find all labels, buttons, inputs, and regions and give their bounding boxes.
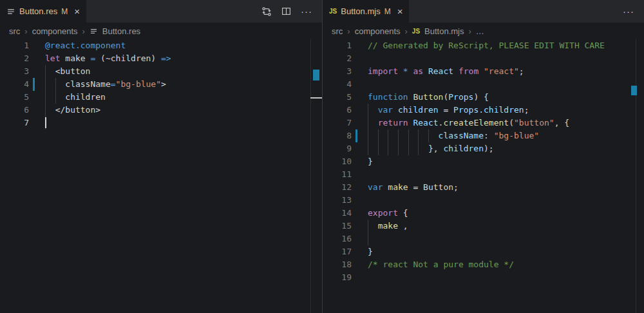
overview-modified-marker (313, 70, 319, 81)
breadcrumb-file[interactable]: Button.mjs (424, 26, 464, 36)
breadcrumb-folder[interactable]: components (32, 26, 78, 36)
code-text: </button> (45, 104, 100, 117)
editor-group-left: Button.res M × ··· src (0, 0, 322, 313)
code-text: import * as React from "react"; (368, 65, 524, 78)
code-text: @react.component (45, 39, 126, 52)
file-icon (90, 27, 98, 35)
code-text: } (368, 245, 373, 258)
code-line[interactable]: 3 <button (0, 65, 322, 78)
tab-label: Button.mjs (341, 6, 380, 16)
breadcrumbs-right: src › components › JS Button.mjs › … (323, 23, 644, 39)
line-number[interactable]: 2 (323, 52, 352, 65)
line-number[interactable]: 11 (323, 168, 352, 181)
file-icon (6, 7, 15, 16)
breadcrumb-folder[interactable]: src (9, 26, 20, 36)
code-line[interactable]: 4 className="bg-blue"> (0, 78, 322, 91)
split-editor-icon[interactable] (281, 6, 291, 16)
code-line[interactable]: 1// Generated by ReScript, PLEASE EDIT W… (323, 39, 644, 52)
git-modified-badge: M (61, 7, 68, 16)
code-line[interactable]: 17} (323, 245, 644, 258)
line-number[interactable]: 5 (323, 91, 352, 104)
line-number[interactable]: 18 (323, 258, 352, 271)
code-text: make , (368, 220, 408, 232)
line-number[interactable]: 10 (323, 155, 352, 168)
line-number[interactable]: 17 (323, 245, 352, 258)
line-number[interactable]: 7 (0, 117, 29, 129)
tab-button-res[interactable]: Button.res M × (0, 0, 86, 23)
line-number[interactable]: 7 (323, 117, 352, 129)
chevron-right-icon: › (24, 26, 27, 36)
code-text: children (45, 91, 106, 104)
code-line[interactable]: 4 (323, 78, 644, 91)
breadcrumb-symbol[interactable]: … (476, 26, 484, 36)
editor-actions-right: ··· (623, 0, 644, 23)
gutter-modified-indicator (33, 78, 35, 91)
code-line[interactable]: 16 (323, 232, 644, 245)
code-line[interactable]: 9 }, children); (323, 142, 644, 155)
code-text: function Button(Props) { (368, 91, 489, 104)
line-number[interactable]: 5 (0, 91, 29, 104)
javascript-file-icon: JS (329, 8, 337, 15)
code-line[interactable]: 8 className: "bg-blue" (323, 129, 644, 142)
code-line[interactable]: 5function Button(Props) { (323, 91, 644, 104)
breadcrumb-folder[interactable]: src (332, 26, 343, 36)
code-text: return React.createElement("button", { (368, 117, 569, 129)
line-number[interactable]: 16 (323, 232, 352, 245)
code-line[interactable]: 2let make = (~children) => (0, 52, 322, 65)
line-number[interactable]: 4 (323, 78, 352, 91)
code-editor-left[interactable]: 1@react.component2let make = (~children)… (0, 39, 322, 313)
chevron-right-icon: › (405, 26, 408, 36)
code-line[interactable]: 7 (0, 117, 322, 129)
line-number[interactable]: 14 (323, 207, 352, 220)
code-line[interactable]: 6 var children = Props.children; (323, 104, 644, 117)
editor-group-right: JS Button.mjs M × ··· src › components ›… (322, 0, 644, 313)
close-icon[interactable]: × (397, 6, 403, 16)
code-line[interactable]: 2 (323, 52, 644, 65)
code-line[interactable]: 1@react.component (0, 39, 322, 52)
chevron-right-icon: › (469, 26, 471, 36)
line-number[interactable]: 1 (323, 39, 352, 52)
code-text: className: "bg-blue" (368, 129, 539, 142)
tab-button-mjs[interactable]: JS Button.mjs M × (323, 0, 409, 23)
code-editor-right[interactable]: 1// Generated by ReScript, PLEASE EDIT W… (323, 39, 644, 313)
code-text: // Generated by ReScript, PLEASE EDIT WI… (368, 39, 605, 52)
line-number[interactable]: 3 (0, 65, 29, 78)
code-line[interactable]: 15 make , (323, 220, 644, 232)
line-number[interactable]: 9 (323, 142, 352, 155)
gutter-modified-indicator (355, 129, 357, 142)
line-number[interactable]: 6 (0, 104, 29, 117)
close-icon[interactable]: × (74, 6, 80, 16)
more-actions-icon[interactable]: ··· (623, 6, 634, 16)
code-line[interactable]: 13 (323, 194, 644, 207)
code-line[interactable]: 7 return React.createElement("button", { (323, 117, 644, 129)
code-line[interactable]: 12var make = Button; (323, 181, 644, 194)
line-number[interactable]: 8 (323, 129, 352, 142)
vscode-window: Button.res M × ··· src (0, 0, 644, 313)
code-line[interactable]: 18/* react Not a pure module */ (323, 258, 644, 271)
text-cursor (45, 117, 46, 128)
line-number[interactable]: 2 (0, 52, 29, 65)
overview-modified-marker (631, 86, 637, 95)
line-number[interactable]: 19 (323, 271, 352, 284)
line-number[interactable]: 6 (323, 104, 352, 117)
code-line[interactable]: 6 </button> (0, 104, 322, 117)
code-line[interactable]: 14export { (323, 207, 644, 220)
breadcrumb-folder[interactable]: components (355, 26, 401, 36)
line-number[interactable]: 3 (323, 65, 352, 78)
code-text: var make = Button; (368, 181, 459, 194)
code-text: }, children); (368, 142, 494, 155)
code-line[interactable]: 11 (323, 168, 644, 181)
code-line[interactable]: 19 (323, 271, 644, 284)
line-number[interactable]: 1 (0, 39, 29, 52)
line-number[interactable]: 12 (323, 181, 352, 194)
breadcrumb-file[interactable]: Button.res (102, 26, 140, 36)
code-line[interactable]: 3import * as React from "react"; (323, 65, 644, 78)
open-changes-icon[interactable] (261, 6, 272, 17)
line-number[interactable]: 4 (0, 78, 29, 91)
line-number[interactable]: 15 (323, 220, 352, 232)
line-number[interactable]: 13 (323, 194, 352, 207)
code-line[interactable]: 5 children (0, 91, 322, 104)
code-line[interactable]: 10} (323, 155, 644, 168)
chevron-right-icon: › (82, 26, 85, 36)
more-actions-icon[interactable]: ··· (301, 6, 312, 16)
